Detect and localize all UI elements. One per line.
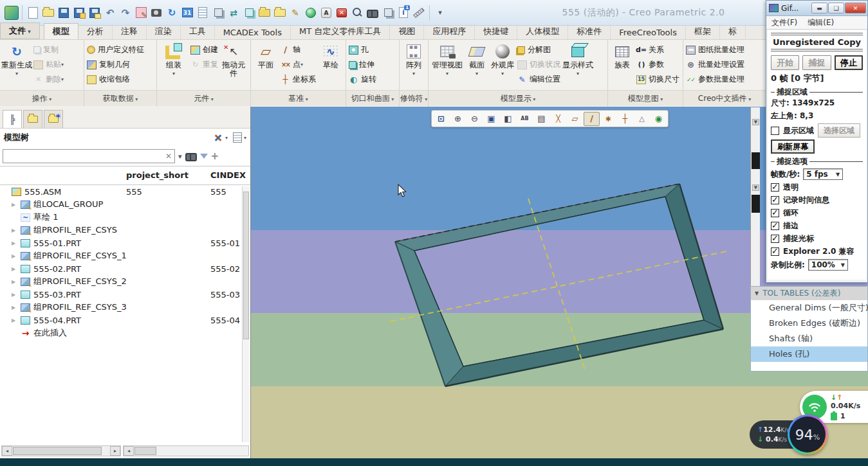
find-binoculars-icon[interactable] [365, 5, 380, 21]
loop-checkbox[interactable] [771, 209, 779, 217]
background-scrollbar-strip[interactable]: ▼ ▼ [750, 107, 760, 286]
group-label-model-display[interactable]: 模型显示 [429, 90, 607, 106]
tab-render[interactable]: 渲染 [147, 24, 181, 39]
plane-button[interactable]: ▱平面 [252, 41, 279, 69]
point-display-icon[interactable] [600, 112, 616, 126]
refresh-screen-button[interactable]: 刷新屏幕 [771, 139, 815, 154]
create-component-button[interactable]: 创建 [190, 44, 218, 56]
refresh-model-icon[interactable]: ↻ [165, 5, 179, 21]
print-copy-icon[interactable] [211, 5, 225, 21]
web-browser-icon[interactable] [304, 5, 318, 21]
tree-row-insert-here[interactable]: →在此插入 [0, 327, 250, 339]
tree-row-part[interactable]: ▶555-03.PRT555-03 [0, 288, 250, 301]
saved-view-list-icon[interactable] [533, 112, 549, 126]
sketch-regenerate-icon[interactable] [134, 5, 148, 21]
battery-percent-widget[interactable]: 94 % [788, 415, 827, 454]
task-list-icon[interactable] [196, 5, 210, 21]
sketch-button[interactable]: ∿草绘 [317, 41, 344, 69]
copy-button[interactable]: 复制 [33, 44, 64, 56]
expand-arrow-icon[interactable]: ▶ [12, 228, 20, 233]
group-label-component[interactable]: 元件 [157, 90, 250, 106]
assemble-button[interactable]: 组装 [158, 41, 189, 78]
find-icon[interactable] [185, 152, 197, 160]
column-header-project-short[interactable]: project_short [126, 170, 189, 180]
capture-button[interactable]: 捕捉 [802, 55, 831, 70]
tab-file[interactable]: 文件 [0, 22, 40, 39]
clear-search-icon[interactable]: ✕ [165, 152, 172, 161]
columns-horizontal-scrollbar[interactable]: ◂ [123, 445, 249, 456]
display-style-icon[interactable] [500, 112, 516, 126]
gif-title-bar[interactable]: Gif... ▬ ❑ ✕ [766, 1, 867, 16]
revolve-button[interactable]: 旋转 [349, 73, 376, 85]
tab-freecreotools[interactable]: FreeCreoTools [611, 26, 686, 39]
sketch-edit-icon[interactable]: ✎ [288, 5, 302, 21]
group-label-modifiers[interactable]: 修饰符 [400, 90, 428, 106]
transparent-checkbox[interactable] [771, 183, 779, 192]
tree-search-input[interactable] [6, 152, 165, 161]
axis-button[interactable]: 轴 [281, 44, 316, 56]
plane-display-icon[interactable] [567, 112, 583, 126]
show-region-checkbox[interactable] [771, 127, 779, 135]
search-dropdown-icon[interactable]: ▾ [178, 152, 182, 161]
tab-framework[interactable]: 框架 [686, 24, 720, 39]
tab-mt-library[interactable]: MT 自定义零件库工具 [291, 24, 390, 39]
stop-button[interactable]: 停止 [835, 55, 863, 70]
expand-arrow-icon[interactable]: ▶ [12, 292, 20, 298]
point-button[interactable]: 点 [281, 58, 316, 71]
batch-settings-button[interactable]: 批量处理设置 [686, 58, 744, 71]
switch-dimensions-button[interactable]: 切换尺寸 [636, 73, 679, 85]
tab-analysis[interactable]: 分析 [78, 24, 113, 39]
section-button[interactable]: 截面 [465, 41, 489, 78]
hole-button[interactable]: 孔 [349, 44, 376, 56]
zoom-in-icon[interactable] [450, 112, 466, 126]
save-backup-icon[interactable] [88, 5, 102, 21]
tol-item-shafts[interactable]: Shafts (轴) [751, 331, 867, 346]
pattern-button[interactable]: ▪▪▪▪阵列 [401, 41, 427, 78]
copy-geometry-button[interactable]: 复制几何 [87, 58, 144, 71]
measure-ruler-icon[interactable] [412, 5, 426, 21]
csys-button[interactable]: 坐标系 [281, 73, 316, 85]
zoom-window-icon[interactable] [433, 112, 449, 126]
tree-row-part[interactable]: ▶555-04.PRT555-04 [0, 314, 250, 327]
tree-vertical-scrollbar[interactable] [242, 186, 250, 442]
scrollbar-thumb[interactable] [243, 192, 249, 339]
windows-cascade-icon[interactable] [242, 5, 256, 21]
tol-tables-header[interactable]: TOL TABLES (公差表) [751, 287, 867, 300]
refit-icon[interactable] [483, 112, 499, 126]
scrollbar-thumb[interactable] [134, 447, 156, 455]
family-table-button[interactable]: 族表 [609, 41, 635, 69]
scroll-left-icon[interactable]: ◂ [2, 446, 12, 456]
save-icon[interactable] [57, 5, 71, 21]
copy-stack-icon[interactable] [381, 5, 395, 21]
csys-display-icon[interactable] [617, 112, 633, 126]
maximize-icon[interactable]: ❑ [828, 3, 844, 13]
new-file-icon[interactable] [26, 5, 40, 21]
explorer-compat-checkbox[interactable] [771, 247, 779, 256]
menu-edit[interactable]: 编辑(E) [808, 17, 834, 28]
expand-arrow-icon[interactable]: ▶ [12, 202, 20, 208]
tab-standard-parts[interactable]: 标准件 [568, 24, 611, 39]
group-label-creo-chinese-plugin[interactable]: Creo中文插件 [683, 90, 766, 106]
display-style-button[interactable]: 显示样式 [562, 41, 594, 78]
parameter-batch-button[interactable]: 参数批量处理 [686, 73, 744, 85]
folders-tab[interactable] [23, 110, 42, 128]
annotation-display-icon[interactable] [517, 112, 533, 126]
model-tree-tab[interactable]: ╠ [3, 110, 22, 128]
object-info-icon[interactable]: i [396, 5, 411, 21]
scroll-left-icon[interactable]: ◂ [124, 446, 134, 456]
folder-confirm-icon[interactable] [273, 5, 287, 21]
tree-row-group[interactable]: ▶组PROFIL_REF_CSYS [0, 224, 250, 237]
time-info-checkbox[interactable] [771, 196, 779, 204]
group-label-cuts-surfaces[interactable]: 切口和曲面 [346, 90, 399, 106]
save-as-icon[interactable] [72, 5, 86, 21]
delete-button[interactable]: 删除 [33, 73, 64, 85]
open-file-icon[interactable] [41, 5, 55, 21]
tree-row-group[interactable]: ▶组PROFIL_REF_CSYS_1 [0, 249, 250, 262]
scroll-down-icon[interactable]: ▼ [752, 184, 759, 191]
expand-arrow-icon[interactable]: ▶ [12, 253, 20, 259]
group-label-get-data[interactable]: 获取数据 [84, 90, 156, 106]
tol-item-broken-edges[interactable]: Broken Edges (破断边) [751, 316, 867, 331]
expand-arrow-icon[interactable]: ▶ [12, 318, 20, 323]
expand-arrow-icon[interactable]: ▶ [12, 305, 20, 310]
tab-applications[interactable]: 应用程序 [424, 24, 475, 39]
